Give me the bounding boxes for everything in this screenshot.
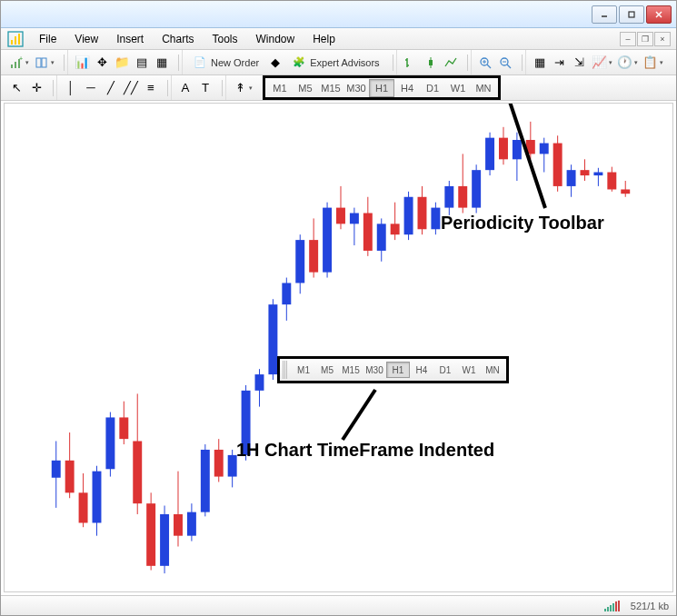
cursor-button[interactable]: ↖ (6, 78, 26, 98)
main-period-m15[interactable]: M15 (318, 79, 343, 97)
menu-charts[interactable]: Charts (153, 30, 203, 48)
svg-rect-35 (105, 417, 114, 469)
svg-rect-45 (174, 514, 183, 536)
mdi-close-button[interactable]: × (654, 32, 671, 46)
new-chart-button[interactable]: +▾ (6, 53, 32, 73)
inset-period-w1[interactable]: W1 (457, 362, 481, 378)
main-period-h1[interactable]: H1 (369, 79, 394, 97)
terminal-button[interactable]: ▤ (132, 53, 152, 73)
inset-period-h1[interactable]: H1 (386, 362, 410, 378)
svg-rect-27 (52, 461, 61, 478)
window-title-bar (1, 1, 676, 28)
bar-chart-button[interactable] (401, 53, 421, 73)
svg-rect-105 (581, 170, 590, 175)
line-chart-button[interactable] (441, 53, 461, 73)
inset-period-m30[interactable]: M30 (363, 362, 386, 378)
zoom-out-icon (498, 55, 513, 70)
meta-editor-button[interactable]: ◆ (265, 53, 285, 73)
menu-window[interactable]: Window (247, 30, 304, 48)
mdi-minimize-button[interactable]: – (620, 32, 636, 46)
cursor-icon: ↖ (9, 81, 24, 95)
menu-help[interactable]: Help (304, 30, 344, 48)
vertical-line-button[interactable]: │ (61, 78, 81, 98)
svg-rect-65 (309, 240, 318, 273)
new-order-button[interactable]: 📄New Order (186, 53, 265, 73)
profile-icon (35, 55, 49, 70)
annotation-chart-timeframe: 1H Chart TimeFrame Indented (236, 440, 494, 461)
chart-area[interactable]: Periodicity Toolbar M1M5M15M30H1H4D1W1MN… (4, 103, 673, 592)
menu-tools[interactable]: Tools (204, 30, 247, 48)
svg-rect-99 (540, 144, 549, 154)
main-period-w1[interactable]: W1 (445, 79, 471, 97)
menu-bar: File View Insert Charts Tools Window Hel… (1, 28, 676, 50)
mdi-restore-button[interactable]: ❐ (637, 32, 653, 46)
svg-rect-89 (472, 170, 481, 207)
zoom-out-button[interactable] (495, 53, 515, 73)
close-button[interactable] (646, 5, 672, 24)
svg-rect-83 (431, 208, 440, 230)
clock-icon: 🕐 (618, 55, 632, 70)
navigator-button[interactable]: ✥ (92, 53, 112, 73)
app-icon (6, 30, 25, 48)
horizontal-line-button[interactable]: ─ (81, 78, 101, 98)
indicators-icon: 📈 (592, 55, 607, 70)
arrange-icons-button[interactable]: ▦ (530, 53, 550, 73)
market-watch-button[interactable]: 📊 (72, 53, 92, 73)
text-label-button[interactable]: T (195, 78, 215, 98)
svg-rect-39 (133, 441, 142, 503)
indicators-button[interactable]: 📈▾ (590, 53, 615, 73)
channel-icon: ╱╱ (124, 81, 138, 95)
data-window-button[interactable]: 📁 (112, 53, 132, 73)
svg-rect-95 (513, 140, 522, 159)
periods-button[interactable]: 🕐▾ (615, 53, 641, 73)
fibonacci-button[interactable]: ≡ (141, 78, 161, 98)
inset-period-d1[interactable]: D1 (433, 362, 457, 378)
toolbar-grip-icon (283, 361, 288, 379)
menu-file[interactable]: File (30, 30, 65, 48)
strategy-tester-button[interactable]: ▦ (152, 53, 172, 73)
main-period-m5[interactable]: M5 (293, 79, 318, 97)
inset-period-m15[interactable]: M15 (339, 362, 363, 378)
svg-rect-47 (187, 512, 196, 536)
main-period-mn[interactable]: MN (471, 79, 496, 97)
menu-insert[interactable]: Insert (107, 30, 153, 48)
main-period-d1[interactable]: D1 (420, 79, 445, 97)
inset-period-m1[interactable]: M1 (292, 362, 315, 378)
profiles-button[interactable]: ▾ (32, 53, 57, 73)
svg-rect-51 (214, 450, 224, 477)
document-plus-icon: 📄 (193, 55, 207, 70)
svg-rect-91 (485, 138, 494, 171)
arrows-button[interactable]: ↟▾ (230, 78, 255, 98)
chart-shift-button[interactable]: ⇲ (570, 53, 590, 73)
chart-shift-icon: ⇲ (572, 55, 587, 70)
text-icon: A (178, 81, 193, 95)
periodicity-toolbar: M1M5M15M30H1H4D1W1MN (263, 75, 501, 100)
inset-period-h4[interactable]: H4 (410, 362, 433, 378)
main-period-m1[interactable]: M1 (267, 79, 293, 97)
candle-chart-button[interactable] (421, 53, 441, 73)
templates-button[interactable]: 📋▾ (641, 53, 666, 73)
zoom-in-button[interactable] (475, 53, 495, 73)
svg-rect-5 (11, 40, 13, 45)
auto-scroll-button[interactable]: ⇥ (550, 53, 570, 73)
svg-rect-31 (79, 492, 88, 522)
candle-icon (423, 55, 438, 70)
channel-button[interactable]: ╱╱ (121, 78, 141, 98)
grid-icon: ▦ (533, 55, 547, 70)
svg-line-24 (507, 65, 511, 68)
inset-periodicity-toolbar: M1M5M15M30H1H4D1W1MN (277, 356, 509, 383)
inset-period-mn[interactable]: MN (481, 362, 504, 378)
crosshair-tool-button[interactable]: ✛ (26, 78, 46, 98)
maximize-button[interactable] (619, 5, 644, 24)
trendline-button[interactable]: ╱ (101, 78, 121, 98)
main-period-h4[interactable]: H4 (394, 79, 420, 97)
inset-period-m5[interactable]: M5 (315, 362, 339, 378)
main-period-m30[interactable]: M30 (343, 79, 369, 97)
svg-rect-77 (391, 224, 400, 234)
expert-advisors-button[interactable]: 🧩Expert Advisors (285, 53, 385, 73)
vertical-line-icon: │ (64, 81, 78, 95)
menu-view[interactable]: View (65, 30, 107, 48)
minimize-button[interactable] (592, 5, 617, 24)
svg-rect-85 (444, 186, 453, 208)
text-button[interactable]: A (175, 78, 195, 98)
